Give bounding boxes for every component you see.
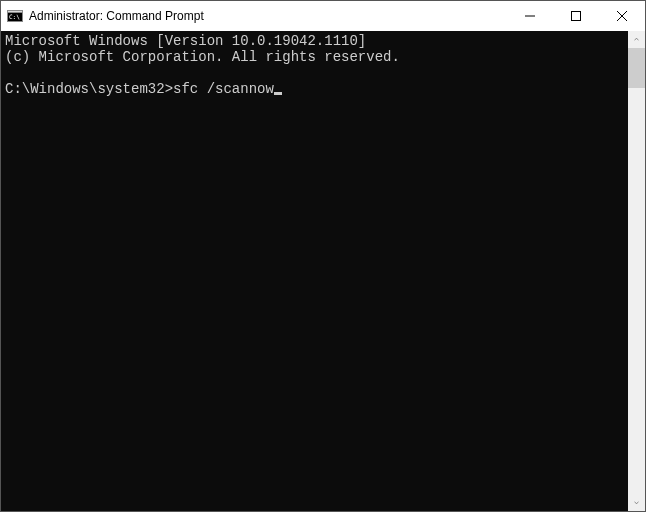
window-controls — [507, 1, 645, 31]
close-icon — [617, 11, 627, 21]
terminal-cursor — [274, 92, 282, 95]
terminal[interactable]: Microsoft Windows [Version 10.0.19042.11… — [1, 31, 628, 511]
window-title: Administrator: Command Prompt — [29, 9, 204, 23]
scroll-up-button[interactable] — [628, 31, 645, 48]
svg-text:C:\: C:\ — [9, 13, 20, 20]
scroll-track[interactable] — [628, 48, 645, 494]
terminal-line: (c) Microsoft Corporation. All rights re… — [5, 49, 628, 65]
maximize-icon — [571, 11, 581, 21]
vertical-scrollbar[interactable] — [628, 31, 645, 511]
close-button[interactable] — [599, 1, 645, 31]
chevron-up-icon — [634, 35, 639, 44]
maximize-button[interactable] — [553, 1, 599, 31]
scroll-down-button[interactable] — [628, 494, 645, 511]
titlebar[interactable]: C:\ Administrator: Command Prompt — [1, 1, 645, 31]
terminal-prompt-line: C:\Windows\system32>sfc /scannow — [5, 81, 628, 97]
titlebar-left: C:\ Administrator: Command Prompt — [1, 8, 507, 24]
minimize-icon — [525, 11, 535, 21]
chevron-down-icon — [634, 498, 639, 507]
terminal-line — [5, 65, 628, 81]
client-area: Microsoft Windows [Version 10.0.19042.11… — [1, 31, 645, 511]
terminal-line: Microsoft Windows [Version 10.0.19042.11… — [5, 33, 628, 49]
svg-rect-4 — [572, 12, 581, 21]
minimize-button[interactable] — [507, 1, 553, 31]
cmd-icon: C:\ — [7, 8, 23, 24]
terminal-command-line: C:\Windows\system32>sfc /scannow — [5, 81, 274, 97]
window-frame: C:\ Administrator: Command Prompt — [0, 0, 646, 512]
scroll-thumb[interactable] — [628, 48, 645, 88]
